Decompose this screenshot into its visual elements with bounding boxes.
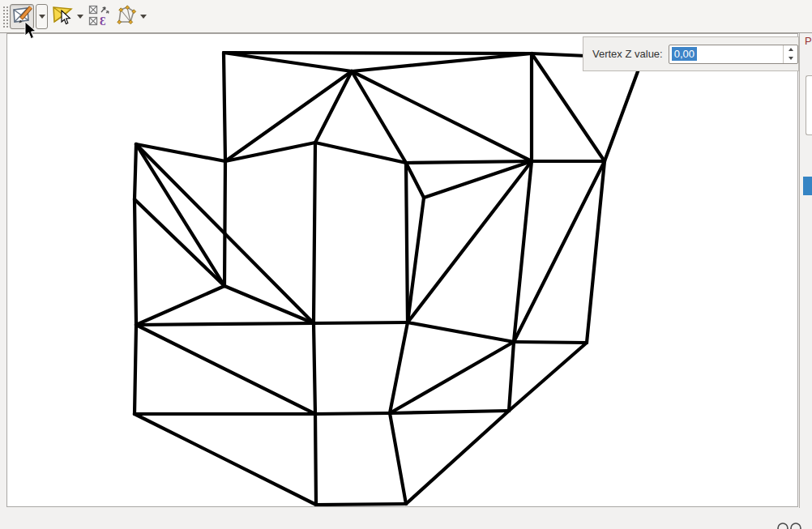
chevron-down-icon — [39, 15, 45, 19]
mesh-edge — [605, 58, 643, 161]
reindex-mesh-button[interactable]: Ɛ — [86, 4, 112, 29]
spin-down-button[interactable] — [784, 54, 797, 63]
mesh-edge — [390, 322, 408, 413]
mesh-edge — [315, 413, 390, 414]
svg-text:Ɛ: Ɛ — [100, 15, 105, 26]
mesh-edge — [406, 163, 408, 322]
mesh-edge — [136, 286, 224, 325]
mesh-edge — [314, 322, 408, 323]
spinner-buttons — [783, 45, 797, 63]
mesh-edge — [390, 411, 509, 413]
mesh-edge — [135, 414, 316, 505]
mesh-edge — [406, 411, 509, 504]
mesh-edge — [224, 53, 352, 71]
chevron-down-icon — [140, 15, 147, 19]
map-canvas[interactable] — [6, 33, 798, 507]
mesh-edge — [224, 161, 225, 286]
status-icons — [773, 519, 809, 529]
mesh-edge — [224, 286, 314, 323]
mesh-edge — [424, 161, 532, 198]
vertex-z-value-label: Vertex Z value: — [592, 48, 663, 60]
digitize-mesh-dropdown[interactable] — [36, 4, 48, 29]
right-panel-field-sliver[interactable] — [806, 75, 812, 135]
right-panel-selection-sliver[interactable] — [803, 177, 812, 195]
mesh-edge — [390, 413, 406, 504]
right-panel-partial-title: P — [805, 35, 812, 47]
mesh-select-cursor-icon — [53, 5, 74, 29]
toolbar-grip-handle[interactable] — [2, 6, 9, 28]
mesh-edge — [315, 71, 352, 143]
force-by-polygon-button-group — [113, 4, 149, 29]
mesh-edit-pencil-icon — [11, 5, 32, 29]
chevron-down-icon — [77, 15, 83, 19]
mesh-edge — [509, 342, 514, 411]
mesh-edge — [316, 504, 406, 505]
mesh-edge — [315, 414, 316, 505]
digitize-mesh-button[interactable] — [10, 4, 34, 29]
mesh-edge — [314, 323, 315, 414]
mesh-digitizing-toolbar: Ɛ — [0, 0, 812, 33]
mesh-edge — [408, 322, 514, 342]
mesh-edge — [314, 143, 315, 323]
select-mesh-dropdown[interactable] — [75, 15, 85, 19]
vertex-z-value-panel: Vertex Z value: 0,00 — [583, 36, 799, 71]
mesh-layer — [7, 34, 797, 506]
spin-up-icon — [788, 48, 793, 51]
mesh-edge — [135, 199, 136, 325]
force-by-polygon-button[interactable] — [114, 5, 139, 28]
mesh-polygon-icon — [116, 5, 137, 29]
mesh-edge — [352, 53, 532, 71]
mesh-edge — [135, 325, 136, 414]
mesh-edge — [406, 163, 424, 198]
mesh-edge — [224, 53, 225, 161]
spin-down-icon — [788, 57, 793, 60]
right-dock-panel-sliver: P — [799, 33, 812, 508]
digitize-mesh-button-group — [10, 4, 48, 29]
status-bar-strip — [0, 508, 812, 529]
mesh-edge — [224, 53, 532, 53]
mesh-edge — [514, 342, 587, 343]
vertex-z-value-spinbox[interactable]: 0,00 — [669, 45, 798, 64]
mesh-edge — [509, 343, 587, 411]
vertex-z-value-input[interactable]: 0,00 — [672, 47, 697, 61]
mesh-edge — [406, 161, 532, 163]
mesh-edge — [135, 144, 136, 199]
force-by-polygon-dropdown[interactable] — [139, 15, 148, 19]
mesh-edge — [315, 143, 406, 163]
select-mesh-button[interactable] — [51, 5, 75, 28]
mesh-reindex-icon: Ɛ — [88, 5, 109, 29]
mesh-edge — [390, 342, 514, 413]
mesh-edge — [136, 323, 314, 325]
mesh-edge — [136, 325, 315, 414]
mesh-edge — [408, 161, 532, 322]
select-mesh-button-group — [50, 4, 86, 29]
spin-up-button[interactable] — [784, 45, 797, 54]
